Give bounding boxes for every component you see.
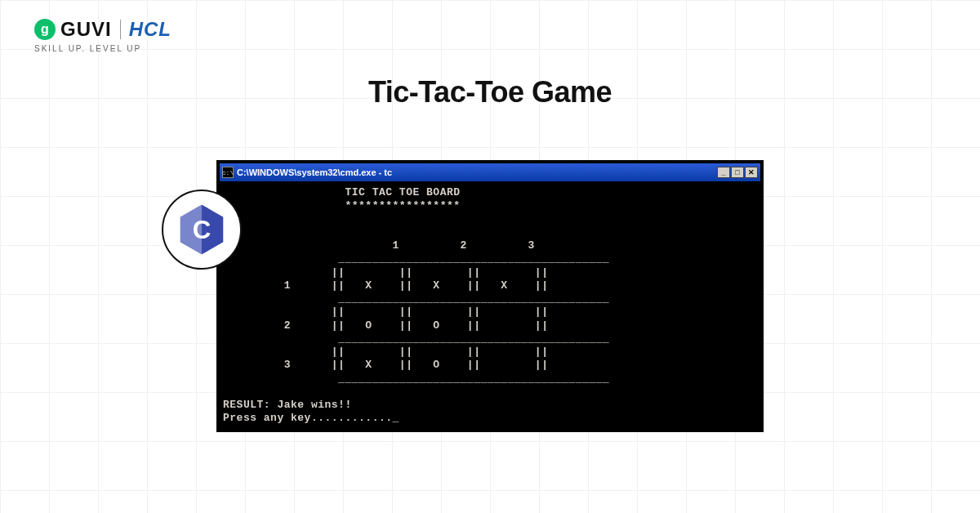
close-button[interactable]: ✕ [745,167,758,178]
cmd-icon: c:\ [222,167,234,178]
minimize-button[interactable]: _ [717,167,730,178]
brand-logo-row: g GUVI HCL [34,18,172,41]
maximize-button[interactable]: □ [731,167,744,178]
guvi-logo: g GUVI [34,18,112,41]
c-letter: C [193,216,212,244]
guvi-logo-text: GUVI [60,18,112,41]
brand-header: g GUVI HCL Skill Up. Level Up [34,18,172,53]
console-titlebar: c:\ C:\WINDOWS\system32\cmd.exe - tc _ □… [220,163,760,181]
c-hexagon-icon: C [179,203,225,256]
c-language-badge: C [162,190,242,270]
console-output: TIC TAC TOE BOARD ***************** 1 2 … [220,181,760,429]
console-title-text: C:\WINDOWS\system32\cmd.exe - tc [237,167,717,177]
brand-tagline: Skill Up. Level Up [34,44,172,53]
console-window: c:\ C:\WINDOWS\system32\cmd.exe - tc _ □… [216,160,764,432]
window-controls: _ □ ✕ [717,167,758,178]
page-title: Tic-Tac-Toe Game [0,75,980,109]
brand-divider [120,20,121,39]
hcl-logo-text: HCL [129,18,172,41]
guvi-logo-icon: g [34,19,56,40]
